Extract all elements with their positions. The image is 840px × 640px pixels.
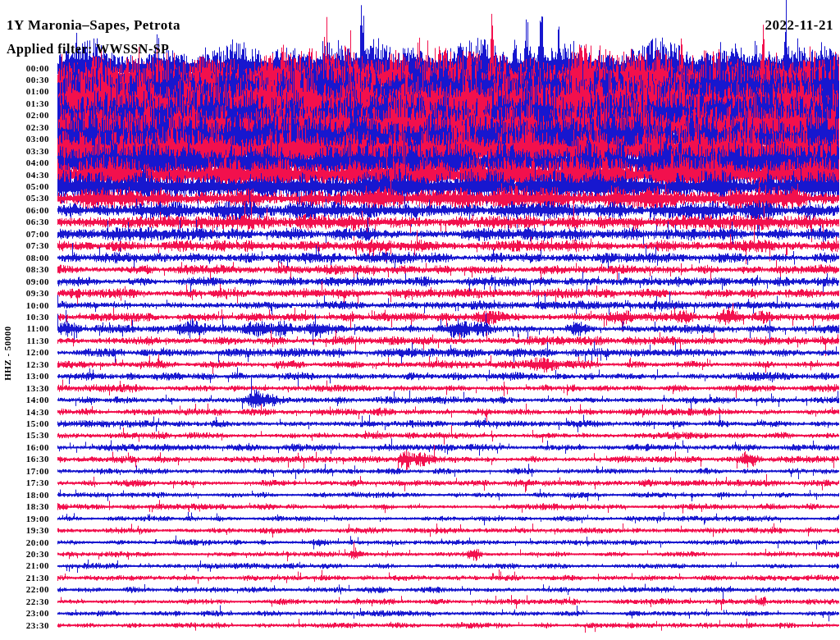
helicorder-page: 1Y Maronia–Sapes, Petrota Applied filter…	[0, 0, 840, 640]
helicorder-plot-canvas	[0, 0, 840, 640]
